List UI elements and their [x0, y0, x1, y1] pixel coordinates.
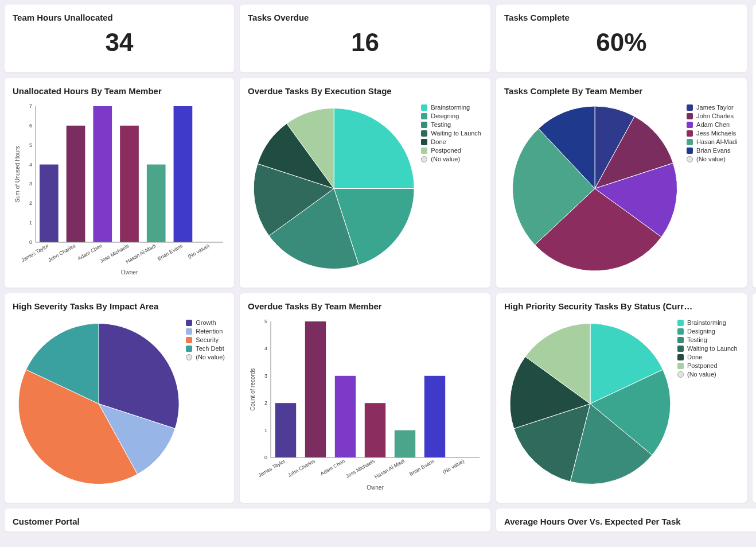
svg-text:0: 0 [29, 239, 32, 245]
legend-item: Testing [677, 336, 738, 343]
chart-unallocated-hours[interactable]: Unallocated Hours By Team Member 0123456… [5, 78, 234, 288]
svg-rect-36 [335, 376, 356, 457]
legend-item: (No value) [421, 156, 481, 162]
chart-title: High Severity Tasks By Impact Area [13, 301, 226, 311]
legend-item: (No value) [186, 354, 225, 360]
svg-rect-34 [305, 321, 326, 457]
svg-text:3: 3 [29, 181, 32, 187]
legend-item: (No value) [687, 156, 738, 162]
legend-item: Brian Evans [687, 147, 738, 154]
kpi-title: Tasks Complete [504, 13, 739, 22]
chart-title: Average Hours Over Vs. Expected Per Task [504, 517, 756, 526]
svg-text:7: 7 [29, 103, 32, 109]
legend-item: Designing [677, 328, 738, 335]
svg-rect-16 [147, 165, 166, 242]
chart-title: Unallocated Hours By Team Member [13, 86, 226, 96]
legend-item: Testing [421, 121, 481, 128]
avg-hours-card[interactable]: Average Hours Over Vs. Expected Per Task [496, 509, 756, 532]
chart-title: Customer Portal [13, 517, 482, 526]
svg-text:6: 6 [29, 123, 32, 129]
legend-item: Jess Michaels [687, 130, 738, 137]
legend-item: Waiting to Launch [421, 130, 481, 137]
chart-title: Overdue Tasks By Execution Stage [248, 86, 482, 96]
svg-text:Brian Evans: Brian Evans [157, 243, 184, 262]
svg-text:John Charles: John Charles [47, 243, 76, 263]
svg-text:1: 1 [29, 220, 32, 226]
kpi-tasks-complete[interactable]: Tasks Complete 60% [496, 5, 747, 72]
svg-text:Jess Michaels: Jess Michaels [345, 458, 376, 479]
legend-item: Retention [186, 328, 225, 335]
legend-item: John Charles [687, 112, 738, 119]
svg-text:5: 5 [264, 319, 267, 324]
chart-high-severity-impact[interactable]: High Severity Tasks By Impact Area Growt… [5, 293, 234, 503]
svg-text:James Taylor: James Taylor [257, 458, 286, 478]
svg-rect-10 [67, 126, 85, 242]
legend-item: Done [677, 354, 738, 360]
svg-text:Owner: Owner [367, 484, 384, 491]
legend-item: Tech Debt [186, 345, 225, 352]
svg-text:(No value): (No value) [442, 458, 465, 475]
svg-text:Hasan Al-Madi: Hasan Al-Madi [125, 243, 157, 265]
legend-item: (No value) [677, 371, 738, 378]
svg-text:Adam Chen: Adam Chen [319, 458, 346, 476]
legend-item: James Taylor [687, 104, 738, 111]
svg-rect-12 [93, 106, 112, 242]
legend-item: Done [421, 138, 481, 145]
chart-title: Tasks Complete By Team Member [504, 86, 739, 96]
kpi-title: Tasks Overdue [248, 13, 482, 22]
chart-completed-by-impact[interactable]: Completed Tasks By Impact Area 024681012… [753, 293, 756, 503]
svg-text:4: 4 [29, 162, 32, 168]
svg-rect-8 [40, 165, 59, 242]
legend-item: Postponed [421, 147, 481, 154]
svg-text:2: 2 [29, 200, 32, 206]
svg-text:Count of records: Count of records [250, 368, 256, 411]
kpi-title: Team Hours Unallocated [13, 13, 226, 22]
svg-rect-32 [275, 403, 296, 457]
svg-text:1: 1 [264, 428, 267, 433]
chart-title: High Priority Security Tasks By Status (… [504, 301, 739, 311]
svg-text:Sum of Unused Hours: Sum of Unused Hours [14, 146, 21, 202]
svg-text:0: 0 [264, 455, 267, 460]
chart-overdue-by-stage[interactable]: Overdue Tasks By Execution Stage Brainst… [240, 78, 490, 288]
kpi-tasks-overdue[interactable]: Tasks Overdue 16 [240, 5, 490, 72]
svg-text:Owner: Owner [121, 269, 138, 276]
svg-text:2: 2 [264, 400, 267, 406]
kpi-value: 16 [248, 28, 482, 57]
svg-rect-42 [424, 376, 445, 457]
kpi-team-hours[interactable]: Team Hours Unallocated 34 [5, 5, 234, 72]
svg-rect-14 [120, 126, 139, 242]
svg-rect-38 [365, 403, 385, 457]
daily-exec-summary[interactable]: ✎ ⛶ 🗑 Daily Exec Summary B I S 🔗 </> Hea… [753, 5, 756, 288]
kpi-value: 34 [13, 28, 226, 57]
legend-item: Designing [421, 112, 481, 119]
svg-text:Hasan Al-Madi: Hasan Al-Madi [373, 458, 406, 480]
svg-rect-18 [174, 106, 193, 242]
chart-title: Overdue Tasks By Team Member [248, 301, 482, 311]
legend-item: Waiting to Launch [677, 345, 738, 352]
svg-text:4: 4 [264, 346, 267, 351]
kpi-value: 60% [504, 28, 739, 57]
chart-overdue-by-member[interactable]: Overdue Tasks By Team Member 012345James… [240, 293, 490, 503]
svg-text:5: 5 [29, 142, 32, 148]
svg-text:James Taylor: James Taylor [21, 243, 50, 263]
legend-item: Adam Chen [687, 121, 738, 128]
legend-item: Brainstorming [421, 104, 481, 111]
svg-text:Brian Evans: Brian Evans [408, 458, 435, 477]
svg-text:John Charles: John Charles [287, 458, 316, 478]
svg-rect-40 [395, 430, 415, 457]
legend-item: Postponed [677, 362, 738, 369]
legend-item: Brainstorming [677, 319, 738, 326]
svg-text:(No value): (No value) [187, 243, 211, 259]
legend-item: Growth [186, 319, 225, 326]
chart-security-by-status[interactable]: High Priority Security Tasks By Status (… [496, 293, 747, 503]
customer-portal-card[interactable]: Customer Portal [5, 509, 490, 532]
svg-text:3: 3 [264, 373, 267, 379]
legend-item: Hasan Al-Madi [687, 138, 738, 145]
chart-tasks-complete-member[interactable]: Tasks Complete By Team Member James Tayl… [496, 78, 747, 288]
legend-item: Security [186, 336, 225, 343]
